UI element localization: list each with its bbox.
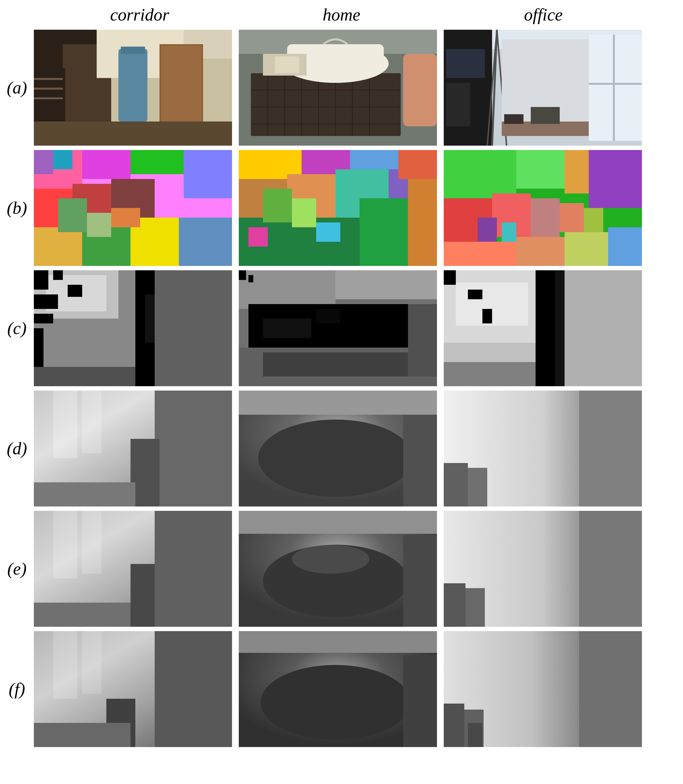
svg-rect-42 bbox=[613, 35, 615, 141]
row-label-f: (f) bbox=[0, 679, 34, 699]
svg-rect-110 bbox=[335, 270, 437, 299]
svg-rect-36 bbox=[446, 83, 470, 126]
svg-rect-88 bbox=[584, 208, 603, 232]
row-b-images bbox=[34, 150, 683, 266]
svg-rect-172 bbox=[579, 631, 642, 747]
cell-b-home bbox=[239, 150, 437, 266]
svg-rect-98 bbox=[150, 270, 232, 386]
seg-home-svg bbox=[239, 150, 437, 266]
svg-rect-93 bbox=[478, 218, 497, 242]
svg-rect-62 bbox=[34, 150, 53, 174]
svg-point-136 bbox=[258, 419, 413, 497]
svg-rect-132 bbox=[155, 390, 232, 507]
row-b: (b) bbox=[0, 150, 683, 266]
svg-rect-46 bbox=[531, 107, 560, 124]
svg-rect-103 bbox=[68, 285, 82, 297]
depth-f-corridor-svg bbox=[34, 631, 232, 747]
depth-f-home-svg bbox=[239, 631, 437, 747]
svg-rect-50 bbox=[130, 150, 184, 174]
svg-rect-113 bbox=[316, 309, 340, 323]
svg-rect-161 bbox=[155, 631, 232, 747]
svg-rect-130 bbox=[53, 390, 77, 458]
row-c: (c) bbox=[0, 270, 683, 386]
column-headers: corridor home office bbox=[0, 5, 683, 27]
svg-rect-157 bbox=[579, 511, 642, 627]
svg-rect-128 bbox=[444, 362, 535, 386]
svg-rect-137 bbox=[239, 390, 437, 415]
svg-rect-124 bbox=[564, 270, 642, 386]
svg-rect-58 bbox=[179, 218, 232, 266]
svg-rect-60 bbox=[87, 213, 111, 237]
svg-rect-87 bbox=[560, 203, 584, 232]
depth-f-office-svg bbox=[444, 631, 642, 747]
photo-corridor-svg bbox=[34, 30, 232, 146]
depth-c-home-svg bbox=[239, 270, 437, 386]
svg-rect-31 bbox=[275, 56, 299, 73]
svg-rect-29 bbox=[403, 54, 437, 126]
svg-rect-45 bbox=[504, 114, 523, 124]
row-e-images bbox=[34, 511, 683, 627]
svg-point-153 bbox=[292, 545, 369, 574]
cell-e-home bbox=[239, 511, 437, 627]
row-label-e: (e) bbox=[0, 559, 34, 579]
svg-rect-78 bbox=[316, 222, 340, 242]
svg-rect-138 bbox=[403, 415, 437, 507]
svg-rect-116 bbox=[239, 270, 246, 280]
svg-rect-100 bbox=[34, 294, 58, 309]
svg-rect-59 bbox=[58, 198, 87, 232]
svg-rect-166 bbox=[239, 631, 437, 653]
svg-rect-134 bbox=[34, 482, 135, 507]
svg-rect-99 bbox=[34, 270, 48, 290]
cell-a-office bbox=[444, 30, 642, 146]
svg-rect-90 bbox=[516, 237, 564, 266]
svg-rect-86 bbox=[531, 198, 560, 237]
svg-rect-81 bbox=[516, 150, 564, 189]
photo-office-svg bbox=[444, 30, 642, 146]
cell-d-corridor bbox=[34, 390, 232, 507]
svg-rect-160 bbox=[82, 631, 101, 694]
col-header-office: office bbox=[444, 5, 642, 25]
row-f: (f) bbox=[0, 631, 683, 747]
svg-rect-167 bbox=[403, 655, 437, 747]
svg-rect-92 bbox=[608, 227, 642, 266]
svg-rect-91 bbox=[564, 232, 608, 266]
svg-rect-146 bbox=[155, 511, 232, 627]
row-d: (d) bbox=[0, 390, 683, 507]
row-d-images bbox=[34, 390, 683, 507]
svg-rect-76 bbox=[292, 198, 316, 227]
svg-rect-80 bbox=[444, 150, 516, 198]
col-header-corridor: corridor bbox=[41, 5, 239, 25]
depth-d-home-svg bbox=[239, 390, 437, 507]
cell-e-corridor bbox=[34, 511, 232, 627]
svg-rect-127 bbox=[483, 309, 492, 323]
svg-rect-125 bbox=[444, 270, 456, 285]
svg-rect-8 bbox=[161, 45, 202, 135]
depth-d-office-svg bbox=[444, 390, 642, 507]
cell-d-office bbox=[444, 390, 642, 507]
svg-rect-35 bbox=[446, 49, 485, 78]
row-label-b: (b) bbox=[0, 198, 34, 218]
svg-rect-75 bbox=[263, 189, 292, 222]
cell-c-office bbox=[444, 270, 642, 386]
svg-rect-12 bbox=[34, 88, 63, 90]
svg-rect-94 bbox=[502, 222, 516, 242]
row-label-d: (d) bbox=[0, 438, 34, 459]
cell-c-corridor bbox=[34, 270, 232, 386]
svg-rect-152 bbox=[403, 535, 437, 627]
svg-rect-73 bbox=[360, 198, 408, 266]
svg-rect-142 bbox=[579, 390, 642, 507]
depth-e-office-svg bbox=[444, 511, 642, 627]
svg-rect-77 bbox=[249, 227, 268, 246]
svg-rect-83 bbox=[589, 150, 642, 208]
svg-rect-123 bbox=[555, 270, 564, 386]
svg-rect-49 bbox=[82, 150, 130, 179]
cell-a-home bbox=[239, 30, 437, 146]
svg-rect-155 bbox=[444, 583, 465, 627]
row-f-images bbox=[34, 631, 683, 747]
cell-c-home bbox=[239, 270, 437, 386]
svg-rect-10 bbox=[34, 68, 65, 122]
svg-rect-55 bbox=[34, 227, 82, 266]
svg-rect-112 bbox=[263, 318, 311, 338]
svg-rect-118 bbox=[408, 304, 437, 376]
photo-home-svg bbox=[239, 30, 437, 146]
